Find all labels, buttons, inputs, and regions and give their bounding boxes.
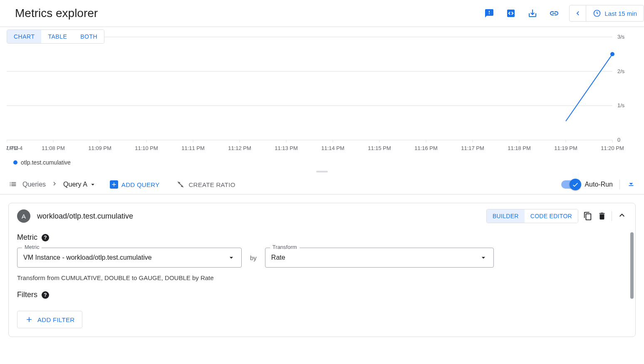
create-ratio-label: CREATE RATIO bbox=[188, 181, 235, 188]
chart-area: CHART TABLE BOTH 01/s2/s3/sUTC-411:07 PM… bbox=[0, 27, 644, 168]
feedback-icon[interactable] bbox=[484, 8, 494, 18]
query-bar-right: Auto-Run bbox=[561, 179, 636, 190]
header-actions: Last 15 min bbox=[484, 5, 644, 22]
transform-field: Transform Rate bbox=[265, 248, 494, 268]
by-label: by bbox=[250, 254, 257, 261]
chevron-down-icon bbox=[89, 181, 97, 188]
svg-text:1/s: 1/s bbox=[617, 102, 625, 108]
add-query-button[interactable]: ADD QUERY bbox=[110, 180, 160, 189]
metric-section-text: Metric bbox=[17, 233, 37, 242]
legend-dot bbox=[13, 160, 17, 165]
svg-text:11:09 PM: 11:09 PM bbox=[88, 145, 111, 151]
page-header: Metrics explorer Last 15 min bbox=[0, 0, 644, 27]
time-back-button[interactable] bbox=[570, 5, 586, 21]
header-icons bbox=[484, 8, 559, 18]
svg-text:11:17 PM: 11:17 PM bbox=[461, 145, 484, 151]
divider bbox=[619, 180, 620, 189]
add-filter-button[interactable]: ADD FILTER bbox=[17, 311, 82, 328]
svg-rect-39 bbox=[629, 185, 634, 186]
svg-text:11:10 PM: 11:10 PM bbox=[135, 145, 158, 151]
time-range-label: Last 15 min bbox=[604, 10, 637, 17]
query-body: Metric ? Metric VM Instance - workload/o… bbox=[9, 233, 635, 337]
ratio-icon bbox=[176, 180, 185, 189]
query-selector-label: Query A bbox=[63, 181, 87, 188]
chart-legend: otlp.test.cumulative bbox=[7, 157, 637, 168]
filters-section-label: Filters ? bbox=[17, 290, 627, 299]
metric-row: Metric VM Instance - workload/otlp.test.… bbox=[17, 248, 627, 268]
download-icon[interactable] bbox=[528, 8, 537, 18]
svg-text:11:13 PM: 11:13 PM bbox=[275, 145, 298, 151]
query-header-actions: BUILDER CODE EDITOR bbox=[486, 209, 627, 223]
svg-text:11:16 PM: 11:16 PM bbox=[414, 145, 438, 151]
tab-chart[interactable]: CHART bbox=[7, 30, 41, 43]
query-title: workload/otlp.test.cumulative bbox=[37, 212, 133, 221]
transform-value: Rate bbox=[271, 254, 285, 261]
delete-query-button[interactable] bbox=[597, 212, 607, 221]
svg-text:11:19 PM: 11:19 PM bbox=[554, 145, 577, 151]
legend-label: otlp.test.cumulative bbox=[21, 159, 71, 166]
chart-container: 01/s2/s3/sUTC-411:07 PM11:08 PM11:09 PM1… bbox=[7, 32, 637, 157]
queries-list-icon[interactable] bbox=[8, 180, 17, 189]
auto-run-label: Auto-Run bbox=[585, 181, 613, 188]
divider bbox=[612, 211, 612, 221]
create-ratio-button[interactable]: CREATE RATIO bbox=[176, 180, 235, 189]
query-selector[interactable]: Query A bbox=[63, 181, 97, 188]
link-icon[interactable] bbox=[549, 8, 559, 18]
copy-query-button[interactable] bbox=[583, 212, 592, 221]
metric-select[interactable]: VM Instance - workload/otlp.test.cumulat… bbox=[17, 248, 242, 268]
page-title: Metrics explorer bbox=[15, 7, 98, 20]
query-panel: A workload/otlp.test.cumulative BUILDER … bbox=[8, 203, 636, 337]
tab-builder[interactable]: BUILDER bbox=[487, 209, 525, 223]
query-bar-left: Queries Query A bbox=[8, 180, 97, 189]
auto-run-toggle[interactable] bbox=[561, 180, 580, 189]
plus-icon bbox=[110, 180, 118, 189]
resize-handle[interactable] bbox=[0, 168, 644, 175]
metric-field: Metric VM Instance - workload/otlp.test.… bbox=[17, 248, 242, 268]
svg-text:11:15 PM: 11:15 PM bbox=[368, 145, 391, 151]
svg-text:11:18 PM: 11:18 PM bbox=[508, 145, 531, 151]
svg-text:11:07 PM: 11:07 PM bbox=[7, 145, 18, 151]
metric-value: VM Instance - workload/otlp.test.cumulat… bbox=[23, 254, 152, 261]
svg-text:3/s: 3/s bbox=[617, 34, 625, 40]
tab-both[interactable]: BOTH bbox=[74, 30, 104, 43]
svg-text:2/s: 2/s bbox=[617, 68, 625, 74]
expand-down-button[interactable] bbox=[627, 179, 636, 190]
query-panel-header: A workload/otlp.test.cumulative BUILDER … bbox=[9, 203, 635, 229]
filters-help-icon[interactable]: ? bbox=[42, 291, 49, 299]
chart-svg: 01/s2/s3/sUTC-411:07 PM11:08 PM11:09 PM1… bbox=[7, 32, 637, 157]
metric-section-label: Metric ? bbox=[17, 233, 627, 242]
transform-note: Transform from CUMULATIVE, DOUBLE to GAU… bbox=[17, 274, 627, 281]
query-toolbar: Queries Query A ADD QUERY CREATE RATIO A… bbox=[0, 175, 644, 194]
add-query-label: ADD QUERY bbox=[121, 181, 160, 188]
time-range-selector: Last 15 min bbox=[569, 5, 644, 22]
plus-icon bbox=[25, 315, 33, 324]
queries-label: Queries bbox=[22, 181, 46, 188]
time-range-button[interactable]: Last 15 min bbox=[586, 9, 644, 17]
scrollbar[interactable] bbox=[630, 232, 634, 299]
query-panel-wrapper: A workload/otlp.test.cumulative BUILDER … bbox=[0, 194, 644, 345]
add-filter-label: ADD FILTER bbox=[37, 316, 74, 323]
svg-text:11:12 PM: 11:12 PM bbox=[228, 145, 251, 151]
view-tabs: CHART TABLE BOTH bbox=[7, 30, 104, 44]
editor-mode-tabs: BUILDER CODE EDITOR bbox=[486, 209, 578, 223]
svg-text:11:11 PM: 11:11 PM bbox=[181, 145, 205, 151]
collapse-panel-button[interactable] bbox=[617, 210, 627, 222]
transform-field-label: Transform bbox=[270, 244, 300, 250]
svg-text:11:08 PM: 11:08 PM bbox=[42, 145, 65, 151]
transform-select[interactable]: Rate bbox=[265, 248, 494, 268]
chevron-down-icon bbox=[227, 253, 235, 262]
auto-run-group: Auto-Run bbox=[561, 180, 613, 189]
tab-table[interactable]: TABLE bbox=[41, 30, 74, 43]
code-icon[interactable] bbox=[506, 8, 516, 18]
svg-point-38 bbox=[610, 52, 614, 56]
toggle-knob-check-icon bbox=[570, 179, 581, 190]
query-badge: A bbox=[17, 209, 30, 223]
breadcrumb-chevron-icon bbox=[51, 180, 58, 189]
svg-text:11:20 PM: 11:20 PM bbox=[601, 145, 624, 151]
tab-code-editor[interactable]: CODE EDITOR bbox=[525, 209, 578, 223]
chevron-down-icon bbox=[479, 253, 488, 262]
metric-help-icon[interactable]: ? bbox=[42, 234, 49, 241]
filters-section-text: Filters bbox=[17, 290, 37, 299]
svg-text:0: 0 bbox=[617, 137, 620, 143]
metric-field-label: Metric bbox=[22, 244, 42, 250]
